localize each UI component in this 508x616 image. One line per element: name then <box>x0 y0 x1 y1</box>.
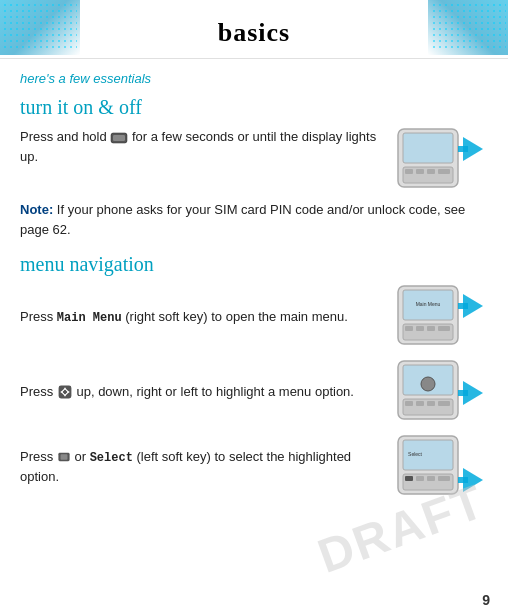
svg-rect-20 <box>458 303 468 309</box>
note-text: Note: If your phone asks for your SIM ca… <box>20 200 488 239</box>
note-body: If your phone asks for your SIM card PIN… <box>20 202 465 237</box>
svg-rect-8 <box>438 169 450 174</box>
header-dots-left <box>2 2 77 52</box>
svg-rect-32 <box>438 401 450 406</box>
menu-nav-row-1: Press Main Menu (right soft key) to open… <box>20 284 488 349</box>
note-label: Note: <box>20 202 53 217</box>
turn-on-row: Press and hold for a few seconds or unti… <box>20 127 488 192</box>
svg-rect-35 <box>458 390 468 396</box>
turn-on-text: Press and hold for a few seconds or unti… <box>20 127 393 166</box>
svg-rect-5 <box>405 169 413 174</box>
phone-image-menu2 <box>393 359 488 424</box>
menu-nav-text-2: Press up, down, right or left to highlig… <box>20 382 393 402</box>
svg-rect-44 <box>427 476 435 481</box>
phone-image-menu1: Main Menu <box>393 284 488 349</box>
content: here's a few essentials turn it on & off… <box>0 59 508 529</box>
page-title: basics <box>218 18 290 47</box>
header-dots-right <box>431 2 506 52</box>
main-menu-label: Main Menu <box>57 311 122 325</box>
svg-rect-29 <box>405 401 413 406</box>
page: basics here's a few essentials turn it o… <box>0 0 508 616</box>
svg-rect-30 <box>416 401 424 406</box>
svg-rect-17 <box>427 326 435 331</box>
subheading: here's a few essentials <box>20 71 488 86</box>
section-title-turn-on: turn it on & off <box>20 96 488 119</box>
svg-rect-31 <box>427 401 435 406</box>
svg-rect-47 <box>458 477 468 483</box>
svg-text:Main Menu: Main Menu <box>416 301 441 307</box>
svg-rect-18 <box>438 326 450 331</box>
svg-rect-42 <box>405 476 413 481</box>
menu-nav-row-2: Press up, down, right or left to highlig… <box>20 359 488 424</box>
svg-rect-7 <box>427 169 435 174</box>
svg-rect-33 <box>421 377 435 391</box>
phone-image-turn-on <box>393 127 488 192</box>
menu-nav-row-3: Press or Select (left soft key) to selec… <box>20 434 488 499</box>
svg-rect-1 <box>113 135 125 141</box>
phone-image-menu3: Select <box>393 434 488 499</box>
svg-text:Select: Select <box>408 451 423 457</box>
section-title-menu-nav: menu navigation <box>20 253 488 276</box>
page-number: 9 <box>482 592 490 608</box>
menu-nav-text-1: Press Main Menu (right soft key) to open… <box>20 307 393 327</box>
svg-rect-45 <box>438 476 450 481</box>
svg-rect-10 <box>458 146 468 152</box>
svg-rect-3 <box>403 133 453 163</box>
svg-rect-37 <box>60 455 67 461</box>
svg-rect-16 <box>416 326 424 331</box>
menu-nav-text-3: Press or Select (left soft key) to selec… <box>20 447 393 487</box>
svg-rect-43 <box>416 476 424 481</box>
menu-nav-section: menu navigation Press Main Menu (right s… <box>20 253 488 499</box>
svg-rect-6 <box>416 169 424 174</box>
header: basics <box>0 0 508 59</box>
select-label: Select <box>90 451 133 465</box>
svg-rect-15 <box>405 326 413 331</box>
